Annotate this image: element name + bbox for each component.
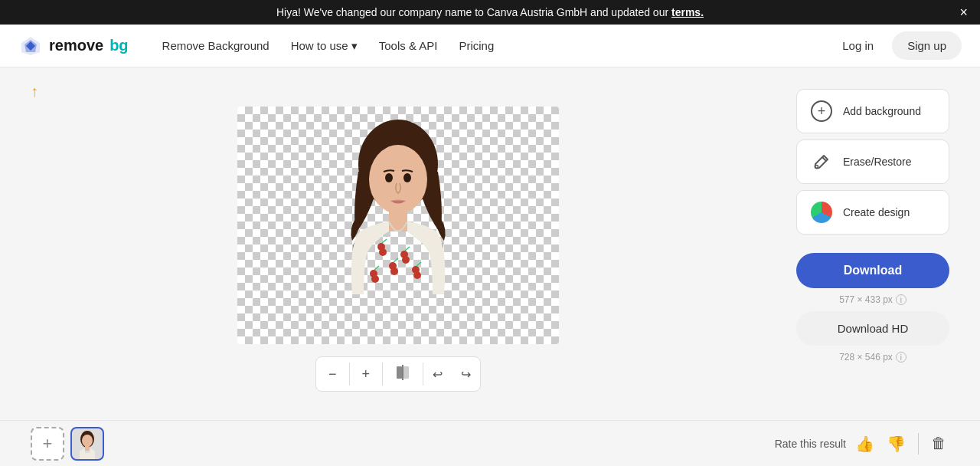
svg-point-19 bbox=[370, 270, 377, 277]
upload-indicator: ↑ bbox=[31, 83, 38, 100]
logo-remove-text: remove bbox=[49, 37, 103, 54]
erase-restore-button[interactable]: Erase/Restore bbox=[796, 139, 949, 184]
upload-arrow-icon: ↑ bbox=[31, 83, 38, 100]
person-image bbox=[314, 110, 482, 340]
hd-info-icon[interactable]: i bbox=[896, 352, 906, 363]
brush-icon bbox=[813, 153, 830, 170]
zoom-in-button[interactable]: + bbox=[350, 359, 383, 390]
nav-how-to-use[interactable]: How to use ▾ bbox=[282, 33, 367, 59]
download-section: Download 577 × 433 px i Download HD 728 … bbox=[796, 253, 949, 363]
undo-button[interactable]: ↩ bbox=[423, 359, 452, 389]
editor-area: ↑ bbox=[31, 83, 766, 392]
svg-point-22 bbox=[403, 173, 411, 182]
svg-rect-23 bbox=[397, 366, 402, 379]
logo-icon bbox=[18, 34, 43, 58]
svg-point-13 bbox=[389, 262, 397, 270]
compare-button[interactable] bbox=[383, 357, 423, 391]
signup-button[interactable]: Sign up bbox=[892, 31, 962, 60]
right-panel: + Add background Erase/Restore Create de… bbox=[796, 83, 949, 363]
redo-button[interactable]: ↪ bbox=[452, 359, 480, 389]
nav-remove-background[interactable]: Remove Background bbox=[153, 33, 279, 58]
logo-bg-text: bg bbox=[109, 37, 128, 54]
canva-icon bbox=[811, 202, 832, 223]
info-icon[interactable]: i bbox=[896, 294, 906, 305]
svg-point-7 bbox=[377, 243, 385, 251]
svg-rect-5 bbox=[389, 208, 407, 231]
svg-line-17 bbox=[416, 262, 421, 266]
image-canvas bbox=[237, 107, 559, 344]
download-size-info: 577 × 433 px i bbox=[796, 294, 949, 305]
create-design-button[interactable]: Create design bbox=[796, 190, 949, 235]
download-button[interactable]: Download bbox=[796, 253, 949, 288]
nav-pricing[interactable]: Pricing bbox=[449, 33, 503, 58]
navbar: removebg Remove Background How to use ▾ … bbox=[0, 25, 980, 67]
plus-circle-icon: + bbox=[811, 100, 832, 122]
banner-text: Hiya! We've changed our company name to … bbox=[276, 6, 704, 18]
zoom-out-button[interactable]: − bbox=[316, 359, 349, 390]
svg-line-20 bbox=[374, 266, 379, 270]
svg-line-11 bbox=[405, 247, 410, 251]
chevron-down-icon: ▾ bbox=[351, 39, 358, 53]
svg-point-21 bbox=[385, 173, 393, 182]
create-design-icon bbox=[809, 200, 834, 225]
download-hd-button[interactable]: Download HD bbox=[796, 311, 949, 346]
login-button[interactable]: Log in bbox=[833, 33, 883, 58]
svg-point-10 bbox=[400, 251, 408, 258]
logo[interactable]: removebg bbox=[18, 34, 129, 58]
add-background-icon: + bbox=[809, 99, 834, 123]
erase-restore-icon bbox=[809, 149, 834, 174]
zoom-controls: − + ↩ ↪ bbox=[315, 356, 481, 392]
nav-actions: Log in Sign up bbox=[833, 31, 962, 60]
nav-tools-api[interactable]: Tools & API bbox=[370, 33, 447, 58]
main-content: ↑ bbox=[0, 67, 980, 414]
svg-point-27 bbox=[815, 166, 818, 169]
banner-close-button[interactable]: × bbox=[959, 5, 968, 19]
add-background-button[interactable]: + Add background bbox=[796, 89, 949, 133]
svg-line-8 bbox=[382, 239, 387, 243]
svg-line-14 bbox=[394, 258, 398, 262]
svg-point-16 bbox=[412, 266, 420, 274]
download-hd-size-info: 728 × 546 px i bbox=[796, 352, 949, 363]
svg-rect-24 bbox=[403, 366, 409, 379]
announcement-banner: Hiya! We've changed our company name to … bbox=[0, 0, 980, 25]
nav-links: Remove Background How to use ▾ Tools & A… bbox=[153, 33, 809, 59]
compare-icon bbox=[395, 365, 410, 380]
